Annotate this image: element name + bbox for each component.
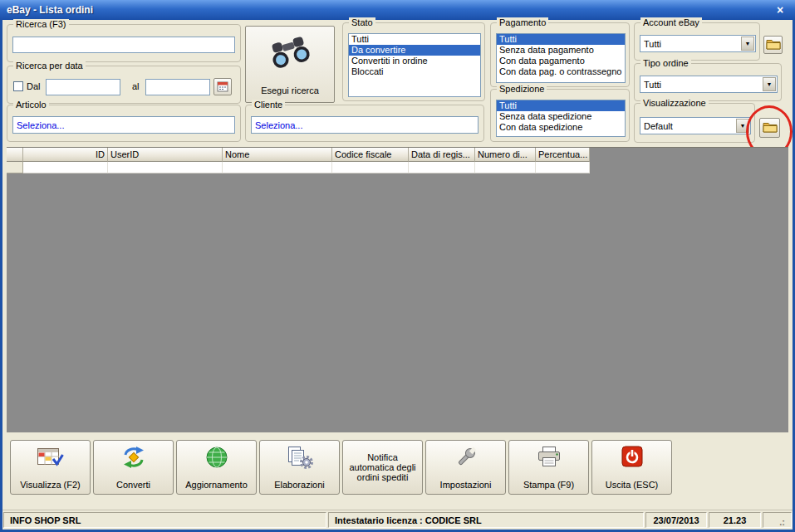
aggiornamento-button-label: Aggiornamento [179,480,254,490]
visualizzazione-folder-button[interactable] [759,118,780,138]
status-date: 23/07/2013 [645,512,707,528]
table-cell [223,162,332,173]
ricerca-group-label: Ricerca (F3) [13,19,69,30]
pagamento-group: Pagamento Tutti Senza data pagamento Con… [490,22,630,87]
table-cell [475,162,536,173]
spedizione-group: Spedizione Tutti Senza data spedizione C… [490,89,630,142]
ricerca-input[interactable] [12,37,235,53]
column-header-selector[interactable] [7,148,23,162]
stampa-button-label: Stampa (F9) [511,480,586,490]
esegui-ricerca-button[interactable]: Esegui ricerca [245,26,335,103]
tipo-ordine-group: Tipo ordine Tutti ▼ [634,63,782,101]
stato-item-convertiti[interactable]: Convertiti in ordine [349,56,480,66]
pagamento-item-contrassegno[interactable]: Con data pag. o contrassegno [497,66,625,77]
tipo-ordine-combo-dropdown[interactable]: ▼ [763,77,776,91]
column-header-userid[interactable]: UserID [108,148,223,162]
spedizione-group-label: Spedizione [497,84,547,95]
column-header-id[interactable]: ID [23,148,108,162]
convert-arrows-icon [94,446,173,469]
account-ebay-combo[interactable]: Tutti ▼ [640,35,756,52]
elaborazioni-button[interactable]: Elaborazioni [259,440,340,495]
column-header-numero[interactable]: Numero di... [475,148,536,162]
articolo-group: Articolo Seleziona... [7,105,241,142]
chevron-down-icon: ▼ [745,41,751,46]
folder-icon [766,38,781,51]
impostazioni-button-label: Impostazioni [428,480,503,490]
spedizione-listbox[interactable]: Tutti Senza data spedizione Con data spe… [496,100,626,137]
spedizione-item-senza-data[interactable]: Senza data spedizione [497,111,625,122]
column-header-codice-fiscale[interactable]: Codice fiscale [332,148,409,162]
data-dal-input[interactable] [46,79,120,95]
stato-group: Stato Tutti Da convertire Convertiti in … [342,22,485,101]
pagamento-item-tutti[interactable]: Tutti [497,34,625,45]
table-cell [23,162,108,173]
pagamento-item-senza-data[interactable]: Senza data pagamento [497,45,625,56]
account-ebay-folder-button[interactable] [763,36,783,54]
status-company: INFO SHOP SRL [3,512,326,528]
cliente-group-label: Cliente [252,100,285,110]
cliente-selector-value: Seleziona... [255,120,302,130]
pagamento-item-con-data[interactable]: Con data pagamento [497,56,625,66]
account-ebay-group: Account eBay Tutti ▼ [634,22,760,61]
visualizzazione-group: Visualizzazione Default ▼ [634,103,755,143]
app-window: eBay - Lista ordini × Ricerca (F3) Ricer… [0,0,795,532]
column-header-data-registrazione[interactable]: Data di regis... [409,148,475,162]
wrench-icon [426,446,505,469]
visualizzazione-combo[interactable]: Default ▼ [640,117,751,134]
account-ebay-combo-value: Tutti [640,39,740,49]
binoculars-icon [268,27,312,70]
tipo-ordine-combo[interactable]: Tutti ▼ [640,76,778,93]
stato-item-bloccati[interactable]: Bloccati [349,66,480,77]
notifica-automatica-button[interactable]: Notifica automatica degli ordini spediti [342,440,423,495]
articolo-selector[interactable]: Seleziona... [12,116,235,134]
pagamento-group-label: Pagamento [497,17,548,28]
visualizzazione-combo-value: Default [640,121,735,131]
account-ebay-combo-dropdown[interactable]: ▼ [741,37,754,51]
row-selector-cell[interactable] [7,162,23,173]
elaborazioni-button-label: Elaborazioni [262,480,337,490]
column-header-percentuale[interactable]: Percentua... [536,148,590,162]
converti-button[interactable]: Converti [93,440,174,495]
ricerca-per-data-group-label: Ricerca per data [13,61,86,71]
chevron-down-icon: ▼ [740,123,746,129]
cliente-selector[interactable]: Seleziona... [251,116,478,134]
table-row[interactable] [7,162,590,173]
table-cell [332,162,409,173]
stampa-button[interactable]: Stampa (F9) [508,440,589,495]
stato-listbox[interactable]: Tutti Da convertire Convertiti in ordine… [348,33,481,97]
visualizzazione-combo-dropdown[interactable]: ▼ [736,119,749,133]
status-time: 21.23 [709,512,761,528]
stato-item-da-convertire[interactable]: Da convertire [349,45,480,56]
data-al-input[interactable] [145,79,210,95]
table-cell [409,162,475,173]
stato-item-tutti[interactable]: Tutti [349,34,480,45]
folder-icon [763,121,778,134]
cliente-group: Cliente Seleziona... [245,105,484,142]
globe-icon [177,446,256,469]
spedizione-item-tutti[interactable]: Tutti [497,100,625,111]
documents-gear-icon [260,446,339,469]
printer-icon [509,446,588,468]
dal-label: Dal [27,81,41,92]
calendar-icon [217,81,228,94]
calendar-button[interactable] [213,78,232,95]
column-header-nome[interactable]: Nome [223,148,332,162]
pagamento-listbox[interactable]: Tutti Senza data pagamento Con data paga… [496,33,626,83]
uscita-button[interactable]: Uscita (ESC) [591,440,672,495]
table-cell [108,162,223,173]
uscita-button-label: Uscita (ESC) [594,480,670,490]
resize-grip[interactable]: .: [763,512,792,528]
spedizione-item-con-data[interactable]: Con data spedizione [497,122,625,133]
visualizzazione-group-label: Visualizzazione [640,98,709,109]
window-title: eBay - Lista ordini [7,4,772,16]
visualizza-button[interactable]: Visualizza (F2) [10,440,91,495]
aggiornamento-button[interactable]: Aggiornamento [176,440,257,495]
articolo-selector-value: Seleziona... [17,120,64,130]
orders-grid-header: ID UserID Nome Codice fiscale Data di re… [7,148,590,162]
close-button[interactable]: × [772,3,788,17]
orders-grid-background: ID UserID Nome Codice fiscale Data di re… [7,147,788,432]
power-icon [592,446,671,467]
dal-checkbox[interactable] [13,81,23,91]
impostazioni-button[interactable]: Impostazioni [425,440,506,495]
notifica-automatica-button-label: Notifica automatica degli ordini spediti [345,452,420,482]
